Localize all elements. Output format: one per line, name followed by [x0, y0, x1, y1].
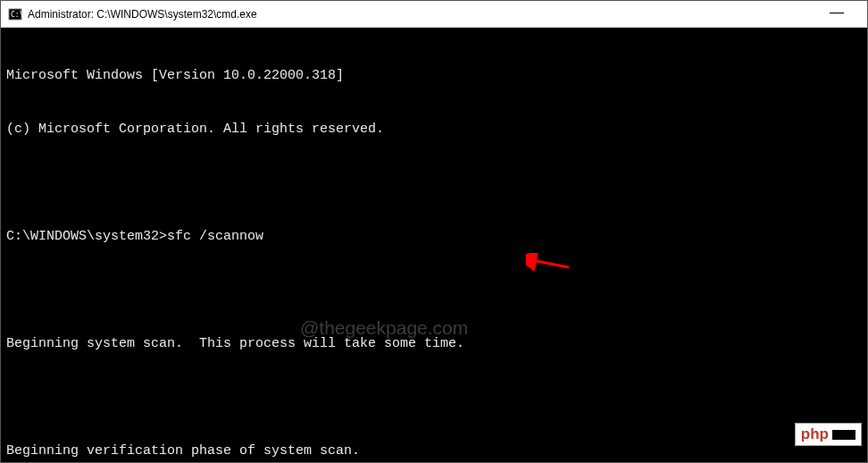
output-line [6, 174, 862, 192]
prompt-line: C:\WINDOWS\system32>sfc /scannow [6, 228, 862, 246]
badge-label: php [801, 425, 829, 443]
svg-line-3 [531, 260, 569, 267]
svg-text:C:\: C:\ [11, 11, 22, 19]
output-line: Beginning verification phase of system s… [6, 442, 862, 460]
output-line [6, 282, 862, 299]
prompt: C:\WINDOWS\system32> [6, 229, 167, 244]
output-line: (c) Microsoft Corporation. All rights re… [6, 121, 862, 139]
annotation-arrow-icon [526, 253, 571, 271]
terminal-output[interactable]: Microsoft Windows [Version 10.0.22000.31… [1, 28, 867, 463]
output-line [6, 389, 862, 407]
cmd-icon: C:\ [8, 7, 22, 21]
window-titlebar: C:\ Administrator: C:\WINDOWS\system32\c… [1, 1, 867, 28]
badge-block-icon [832, 430, 855, 440]
source-badge: php [795, 423, 862, 446]
window-title: Administrator: C:\WINDOWS\system32\cmd.e… [28, 8, 257, 21]
command-text: sfc /scannow [167, 229, 263, 244]
output-line: Beginning system scan. This process will… [6, 335, 862, 353]
minimize-button[interactable]: — [822, 4, 851, 21]
output-line: Microsoft Windows [Version 10.0.22000.31… [6, 67, 862, 85]
